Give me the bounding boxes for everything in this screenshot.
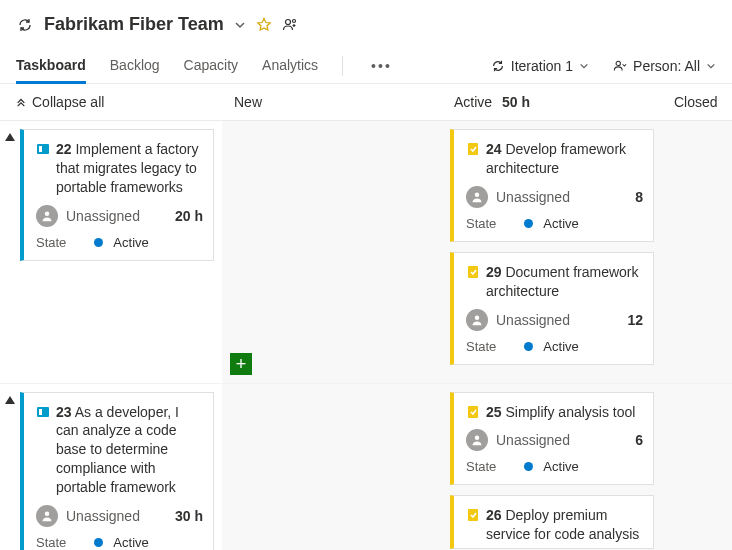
unassigned-avatar-icon [36,205,58,227]
task-card[interactable]: 29 Document framework architecture Unass… [450,252,654,365]
task-card[interactable]: 24 Develop framework architecture Unassi… [450,129,654,242]
svg-point-7 [475,192,480,197]
task-icon [466,508,480,522]
column-header-new: New [222,84,442,120]
svg-point-9 [475,315,480,320]
sprint-icon [16,16,34,34]
team-members-icon[interactable] [282,17,298,33]
person-filter[interactable]: Person: All [613,58,716,74]
assignee: Unassigned [496,189,627,205]
triangle-up-icon [5,133,15,141]
unassigned-avatar-icon [466,429,488,451]
more-menu-icon[interactable]: ••• [367,50,396,82]
team-chevron-icon[interactable] [234,19,246,31]
svg-point-5 [45,211,50,216]
hours: 12 [627,312,643,328]
lane-new[interactable]: + [222,121,442,383]
board-row: 22 Implement a factory that migrates leg… [0,121,732,384]
state-label: State [36,235,66,250]
svg-point-14 [475,436,480,441]
tab-analytics[interactable]: Analytics [262,49,318,83]
person-icon [613,59,627,73]
sprint-icon [491,59,505,73]
svg-rect-13 [468,406,478,418]
lane-active[interactable]: 24 Develop framework architecture Unassi… [442,121,662,383]
task-card[interactable]: 26 Deploy premium service for code analy… [450,495,654,549]
collapse-all-button[interactable]: Collapse all [0,84,222,120]
assignee: Unassigned [496,312,619,328]
state-value: Active [543,216,578,231]
iteration-filter[interactable]: Iteration 1 [491,58,589,74]
add-task-button[interactable]: + [230,353,252,375]
lane-new[interactable] [222,384,442,550]
state-dot-icon [524,462,533,471]
task-icon [466,405,480,419]
task-card[interactable]: 25 Simplify analysis tool Unassigned 6 S… [450,392,654,486]
unassigned-avatar-icon [466,186,488,208]
state-dot-icon [524,219,533,228]
state-value: Active [113,235,148,250]
svg-rect-11 [39,409,42,415]
state-label: State [466,459,496,474]
svg-point-0 [285,19,290,24]
story-card[interactable]: 22 Implement a factory that migrates leg… [20,129,214,261]
assignee: Unassigned [66,508,167,524]
svg-rect-4 [39,146,42,152]
column-header-closed: Closed [662,84,732,120]
svg-rect-15 [468,509,478,521]
state-value: Active [543,459,578,474]
assignee: Unassigned [496,432,627,448]
lane-active[interactable]: 25 Simplify analysis tool Unassigned 6 S… [442,384,662,550]
story-card[interactable]: 23 As a developer, I can analyze a code … [20,392,214,550]
tab-backlog[interactable]: Backlog [110,49,160,83]
state-dot-icon [94,238,103,247]
svg-point-2 [616,61,620,65]
story-title: 23 As a developer, I can analyze a code … [56,403,203,497]
task-icon [466,265,480,279]
user-story-icon [36,142,50,156]
task-title: 24 Develop framework architecture [486,140,643,178]
state-value: Active [113,535,148,550]
team-title: Fabrikam Fiber Team [44,14,224,35]
collapse-label: Collapse all [32,94,104,110]
task-title: 29 Document framework architecture [486,263,643,301]
tabs-row: Taskboard Backlog Capacity Analytics •••… [0,43,732,84]
state-label: State [466,216,496,231]
iteration-label: Iteration 1 [511,58,573,74]
chevron-down-icon [579,61,589,71]
column-headers: Collapse all New Active 50 h Closed [0,84,732,121]
unassigned-avatar-icon [36,505,58,527]
hours: 8 [635,189,643,205]
state-value: Active [543,339,578,354]
task-title: 26 Deploy premium service for code analy… [486,506,643,544]
svg-point-12 [45,512,50,517]
row-collapse-toggle[interactable] [0,384,20,550]
team-header: Fabrikam Fiber Team [0,0,732,43]
svg-rect-3 [37,144,49,154]
story-title: 22 Implement a factory that migrates leg… [56,140,203,197]
column-header-active: Active 50 h [442,84,662,120]
person-label: Person: All [633,58,700,74]
collapse-chevron-icon [16,97,26,107]
lane-closed[interactable] [662,121,732,383]
hours: 30 h [175,508,203,524]
board-row: 23 As a developer, I can analyze a code … [0,384,732,550]
state-label: State [36,535,66,550]
hours: 20 h [175,208,203,224]
user-story-icon [36,405,50,419]
chevron-down-icon [706,61,716,71]
tab-taskboard[interactable]: Taskboard [16,49,86,84]
svg-point-1 [292,19,295,22]
lane-closed[interactable] [662,384,732,550]
favorite-star-icon[interactable] [256,17,272,33]
state-label: State [466,339,496,354]
triangle-up-icon [5,396,15,404]
state-dot-icon [524,342,533,351]
assignee: Unassigned [66,208,167,224]
tab-capacity[interactable]: Capacity [184,49,238,83]
svg-rect-6 [468,143,478,155]
unassigned-avatar-icon [466,309,488,331]
svg-rect-10 [37,407,49,417]
hours: 6 [635,432,643,448]
row-collapse-toggle[interactable] [0,121,20,383]
